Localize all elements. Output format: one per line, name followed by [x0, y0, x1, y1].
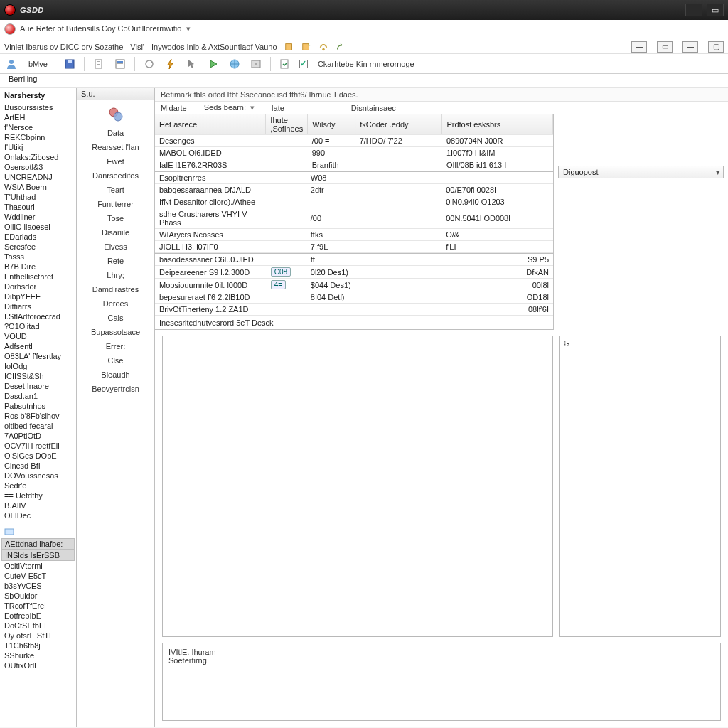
- table-row[interactable]: babqessaraannea DfJALD2dtr00/E70fl 0028I: [155, 184, 553, 196]
- nav-item[interactable]: Data: [107, 129, 124, 137]
- menu-icon-4[interactable]: [336, 42, 346, 52]
- mdi-maximize-button[interactable]: —: [682, 41, 698, 53]
- sidebar-item[interactable]: Deset Inaore: [1, 381, 75, 391]
- sidebar-item[interactable]: Cinesd BfI: [1, 461, 75, 471]
- sidebar-item[interactable]: TRcofTfErel: [1, 601, 75, 611]
- nav-item[interactable]: Deroes: [103, 299, 128, 308]
- sidebar-item[interactable]: b3sYvCES: [1, 581, 75, 591]
- sidebar-item[interactable]: VOUD: [1, 331, 75, 341]
- sidebar-item[interactable]: Tasss: [1, 252, 75, 262]
- nav-item[interactable]: Eivess: [104, 242, 127, 251]
- nav-item[interactable]: Rete: [107, 257, 124, 265]
- table-row[interactable]: sdhe Crustharers VHYI V Phass/0000N.5041…: [155, 208, 553, 229]
- diagnosis-dropdown[interactable]: Diguopost ▾: [558, 166, 724, 178]
- sidebar-item[interactable]: DOVoussnesas: [1, 471, 75, 481]
- app-title-dropdown-icon[interactable]: ▾: [186, 24, 191, 33]
- sidebar-item[interactable]: REKCbpinn: [1, 132, 75, 142]
- sidebar-item[interactable]: Dorbsdor: [1, 282, 75, 291]
- sidebar-item[interactable]: T'Uhthad: [1, 192, 75, 202]
- sidebar-item[interactable]: Enthelliscthret: [1, 272, 75, 282]
- sidebar-group-icon[interactable]: [4, 527, 14, 537]
- table-row[interactable]: WIArycrs NcossesftksO/&: [155, 229, 553, 241]
- table-row[interactable]: Desenges/00 =7/HDO/ 7'220890704N J00R: [155, 135, 553, 147]
- sidebar-item[interactable]: DoCtSEfbEl: [1, 621, 75, 631]
- sidebar-item[interactable]: T1Ch6fb8j: [1, 641, 75, 651]
- column-header[interactable]: Het asrece: [155, 114, 266, 135]
- tb-disk-icon[interactable]: [249, 57, 263, 71]
- tb-person-icon[interactable]: [4, 57, 18, 71]
- sidebar-item[interactable]: Dittiarrs: [1, 301, 75, 311]
- table-row[interactable]: Deipeareener S9 l.2.300DC080l20 Des1)Dfk…: [155, 266, 553, 279]
- sidebar-item[interactable]: Wddliner: [1, 212, 75, 222]
- column-header[interactable]: Ihute ,Sofinees: [266, 114, 308, 135]
- sidebar-item[interactable]: O83LA' f'fesrtlay: [1, 351, 75, 361]
- sidebar-item[interactable]: CuteV E5cT: [1, 571, 75, 581]
- os-minimize-button[interactable]: —: [685, 4, 702, 16]
- nav-item[interactable]: Clse: [107, 356, 123, 365]
- table-row[interactable]: MABOL Ol6.IDED9901I007f0 I I&IM: [155, 147, 553, 159]
- table-row[interactable]: BrivOtTiherteny 1.2 ZA1D08lf'6I: [155, 304, 553, 316]
- nav-item[interactable]: Danrseedites: [92, 171, 139, 180]
- menu-icon-3[interactable]: [318, 42, 328, 52]
- sidebar-item[interactable]: UNCREADNJ: [1, 172, 75, 182]
- sidebar-item[interactable]: OLIDec: [1, 510, 75, 520]
- nav-item[interactable]: Funtiterrer: [97, 200, 134, 208]
- subtab-a[interactable]: Midarte: [161, 104, 187, 112]
- nav-item[interactable]: Bieaudh: [101, 370, 129, 379]
- menu-icon-1[interactable]: [284, 42, 294, 52]
- toolbar-tab[interactable]: Berriling: [7, 75, 44, 86]
- nav-item[interactable]: Teart: [107, 186, 124, 194]
- table-row[interactable]: EsopitrenrresW08: [155, 172, 553, 184]
- sidebar-item[interactable]: DibpYFEE: [1, 291, 75, 301]
- sidebar-item[interactable]: Oy ofsrE SfTE: [1, 631, 75, 641]
- sidebar-item[interactable]: == Uetdthy: [1, 491, 75, 500]
- sidebar-item[interactable]: Dasd.an1: [1, 391, 75, 401]
- sidebar-item[interactable]: I.StlAdforoecrad: [1, 311, 75, 321]
- sidebar-item[interactable]: INSlds IsErSSB: [1, 550, 75, 561]
- mdi-minimize-button[interactable]: —: [631, 41, 647, 53]
- sidebar-item[interactable]: AEttdnad lhafbe:: [1, 538, 75, 550]
- nav-item[interactable]: Ewet: [107, 157, 124, 166]
- sidebar-item[interactable]: ICIISSt&Sh: [1, 371, 75, 381]
- tb-refresh-icon[interactable]: [142, 57, 156, 71]
- sidebar-item[interactable]: Osersotl&3: [1, 162, 75, 172]
- tb-checkbox[interactable]: ✓: [299, 60, 308, 68]
- sidebar-item[interactable]: f'Nersce: [1, 122, 75, 132]
- sidebar-item[interactable]: B.AIlV: [1, 500, 75, 510]
- table-row[interactable]: JIOLL H3. l07IF07.f9Lf'LI: [155, 241, 553, 253]
- subtab-b[interactable]: Seds bearn: ▾: [204, 103, 255, 112]
- notes-pane[interactable]: IVItlE. Ihuram Soetertirng: [162, 643, 721, 721]
- sidebar-item[interactable]: Thasourl: [1, 202, 75, 212]
- tb-lightning-icon[interactable]: [164, 57, 178, 71]
- sidebar-item[interactable]: Seresfee: [1, 242, 75, 252]
- sidebar-item[interactable]: OUtixOrll: [1, 660, 75, 670]
- chevron-down-icon[interactable]: ▾: [250, 103, 255, 112]
- table-row[interactable]: IaIE l1E76.2RR03SBranfithOIll/08B id1 61…: [155, 159, 553, 171]
- tb-cursor-icon[interactable]: [185, 57, 199, 71]
- sidebar-item[interactable]: OcitiVtorml: [1, 561, 75, 571]
- sidebar-item[interactable]: 7A0PtiOtD: [1, 431, 75, 441]
- tb-save-icon[interactable]: [63, 57, 77, 71]
- sidebar-item[interactable]: Ros b'8Fb'sihov: [1, 411, 75, 421]
- tb-play-icon[interactable]: [206, 57, 220, 71]
- nav-item[interactable]: Bupassotsace: [91, 328, 140, 336]
- sidebar-item[interactable]: WStA Boern: [1, 182, 75, 192]
- sidebar-item[interactable]: OCV7iH roetfEll: [1, 441, 75, 451]
- nav-item[interactable]: Lhry;: [107, 271, 124, 279]
- subtab-d[interactable]: Disntainsaec: [351, 104, 396, 112]
- nav-item[interactable]: Rearsset l'lan: [92, 143, 139, 151]
- sidebar-item[interactable]: SSburke: [1, 651, 75, 660]
- tb-list-icon[interactable]: [113, 57, 127, 71]
- sidebar-item[interactable]: Adfsentl: [1, 341, 75, 351]
- sidebar-item[interactable]: B7B Dire: [1, 262, 75, 272]
- menu-item-2[interactable]: Visi': [130, 43, 144, 51]
- tb-page-icon[interactable]: [92, 57, 106, 71]
- os-maximize-button[interactable]: ▭: [707, 4, 724, 16]
- menu-item-3[interactable]: Inywodos Inib & AxtSountiaof Vauno: [151, 43, 277, 51]
- mdi-restore-button[interactable]: ▭: [657, 41, 673, 53]
- nav-item[interactable]: Errer:: [106, 342, 126, 350]
- sidebar-item[interactable]: ?O1Olitad: [1, 321, 75, 331]
- nav-item[interactable]: Beovyertrcisn: [92, 385, 139, 393]
- menu-item-1[interactable]: Vinlet Ibarus ov DICC orv Sozathe: [4, 43, 123, 51]
- column-header[interactable]: fkCoder .eddy: [355, 114, 442, 135]
